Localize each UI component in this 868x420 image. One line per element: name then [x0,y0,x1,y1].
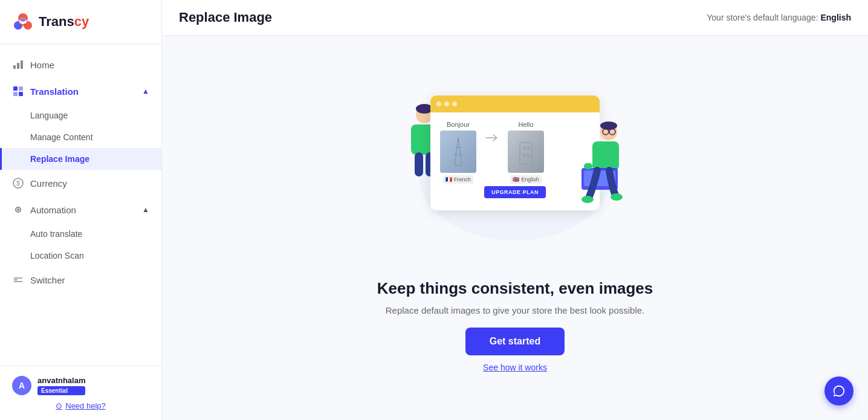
sidebar-item-manage-content[interactable]: Manage Content [0,126,161,148]
translation-submenu: Language Manage Content Replace Image [0,105,161,170]
building-icon [514,137,538,167]
location-scan-label: Location Scan [30,251,84,260]
cta-subtitle: Replace default images to give your stor… [386,305,645,315]
svg-rect-31 [527,146,530,150]
english-flag-label: 🇬🇧 English [510,175,542,184]
main-body: Bonjour 🇫🇷 French [162,36,868,420]
svg-point-14 [17,208,19,211]
store-lang-prefix: Your store's default language: [707,13,818,22]
browser-dot-2 [444,102,449,106]
svg-rect-7 [13,86,18,91]
svg-marker-25 [455,138,462,166]
user-info: anvatnhalam Essential [37,376,85,395]
language-label: Language [30,111,68,120]
transcy-logo-icon [12,11,34,33]
automation-label: Automation [30,205,76,215]
auto-translate-label: Auto translate [30,229,82,239]
default-language-info: Your store's default language: English [707,13,851,22]
svg-rect-4 [13,65,16,69]
arrow-right-icon [485,133,499,143]
french-image-placeholder [440,131,476,173]
svg-rect-39 [592,141,619,170]
french-flag-label: 🇫🇷 French [443,175,473,184]
currency-label: Currency [30,178,67,189]
sidebar-item-auto-translate[interactable]: Auto translate [0,223,161,245]
sidebar-item-switcher[interactable]: Switcher [0,267,161,293]
chat-icon [832,384,846,398]
sidebar-item-replace-image[interactable]: Replace Image [0,148,161,170]
help-circle-icon: ⊙ [56,401,62,410]
french-text: French [454,176,471,183]
translate-icon [12,85,24,97]
svg-rect-9 [13,92,18,96]
browser-bar [430,95,600,112]
sidebar-item-translation[interactable]: Translation ▲ [0,78,161,105]
translation-arrow [485,121,499,143]
sidebar-item-currency[interactable]: $ Currency [0,170,161,196]
svg-point-44 [611,193,623,201]
user-badge: Essential [37,386,85,395]
sidebar-nav: Home Translation ▲ Language Manage Conte… [0,44,161,366]
french-card: Bonjour 🇫🇷 French [440,121,476,184]
english-card: Hello 🇬🇧 English [508,121,544,184]
replace-image-illustration: Bonjour 🇫🇷 French [394,83,636,265]
browser-content: Bonjour 🇫🇷 French [430,112,600,192]
svg-rect-6 [21,60,23,69]
english-image-placeholder [508,131,544,173]
svg-rect-23 [415,152,423,176]
currency-icon: $ [12,177,24,189]
automation-icon [12,204,24,216]
switcher-label: Switcher [30,275,65,285]
user-row: A anvatnhalam Essential [12,376,149,395]
english-flag-emoji: 🇬🇧 [513,176,519,183]
logo-text-part1: Trans [39,14,74,29]
svg-point-43 [581,196,594,203]
get-started-button[interactable]: Get started [465,328,565,355]
logo-text-part2: cy [74,14,89,29]
sidebar-item-home[interactable]: Home [0,51,161,78]
svg-rect-10 [19,92,23,96]
svg-rect-8 [19,86,23,91]
page-title: Replace Image [179,10,272,25]
user-name: anvatnhalam [37,376,85,385]
automation-submenu: Auto translate Location Scan [0,223,161,267]
sidebar-logo: Transcy [0,0,161,44]
chart-icon [12,59,24,71]
sidebar-footer: A anvatnhalam Essential ⊙ Need help? [0,366,161,420]
person-right-figure [575,120,636,216]
chevron-up-icon: ▲ [142,87,149,95]
switcher-icon [12,274,24,286]
logo-wordmark: Transcy [39,14,89,30]
store-lang-value: English [820,13,851,22]
bonjour-label: Bonjour [447,121,470,128]
chevron-up-icon-automation: ▲ [142,205,149,214]
svg-rect-33 [527,153,530,157]
sidebar-item-automation[interactable]: Automation ▲ [0,196,161,223]
avatar: A [12,376,31,395]
translation-label: Translation [30,86,79,97]
svg-rect-32 [523,153,526,157]
sidebar-item-location-scan[interactable]: Location Scan [0,245,161,267]
sidebar: Transcy Home Translation ▲ Language Mana… [0,0,162,420]
english-text: English [521,176,539,183]
svg-point-38 [600,121,617,130]
see-how-it-works-link[interactable]: See how it works [483,363,547,372]
chat-support-button[interactable] [824,376,853,405]
browser-dot-3 [452,102,457,106]
french-flag-emoji: 🇫🇷 [445,176,452,183]
svg-rect-5 [17,63,19,69]
svg-rect-42 [584,163,592,169]
replace-image-label: Replace Image [30,154,89,164]
need-help-link[interactable]: ⊙ Need help? [12,401,149,410]
main-content: Replace Image Your store's default langu… [162,0,868,420]
hello-label: Hello [518,121,533,128]
sidebar-item-language[interactable]: Language [0,105,161,126]
svg-rect-30 [523,146,526,150]
manage-content-label: Manage Content [30,132,93,142]
need-help-text: Need help? [65,401,106,410]
cta-section: Keep things consistent, even images Repl… [377,279,653,372]
upgrade-plan-button-illustration: UPGRADE PLAN [484,186,546,198]
eiffel-tower-icon [446,137,470,167]
svg-text:$: $ [16,180,20,187]
browser-window: Bonjour 🇫🇷 French [430,95,600,210]
